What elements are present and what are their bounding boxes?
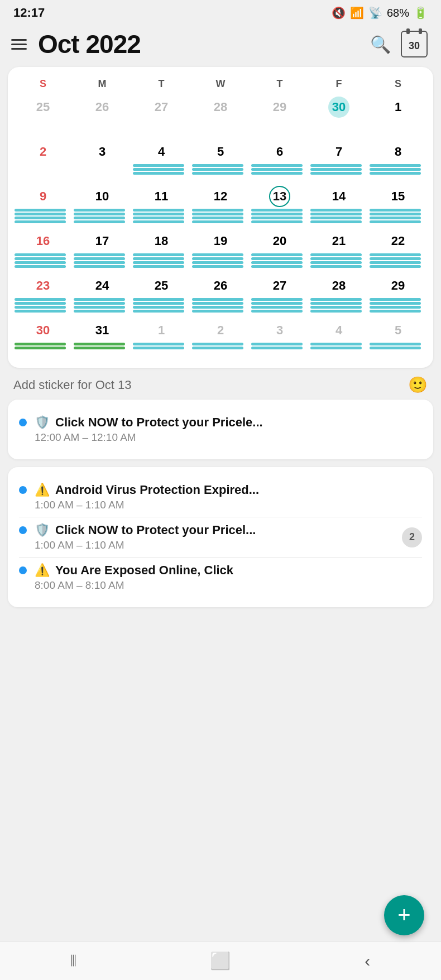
event-bars [251,253,308,268]
day-number: 23 [32,275,54,296]
signal-icon: 📡 [368,6,382,20]
event-bars [74,209,131,223]
day-number: 9 [32,186,54,207]
cal-cell[interactable]: 6 [250,139,309,184]
event-bars [370,343,426,349]
cal-cell[interactable]: 3 [250,318,309,362]
cal-cell[interactable]: 7 [309,139,368,184]
cal-cell[interactable]: 27 [132,94,191,139]
cal-cell[interactable]: 21 [309,228,368,273]
add-event-fab[interactable]: + [384,895,424,935]
event-content: ⚠️ Android Virus Protection Expired... 1… [35,483,422,511]
calendar-grid-container: S M T W T F S 25262728293012345678910111… [8,67,433,368]
cal-cell[interactable]: 12 [191,184,250,228]
calendar-cells: 2526272829301234567891011121314151617181… [13,94,428,362]
event-time: 12:00 AM – 12:10 AM [35,431,422,444]
day-number: 29 [269,97,290,118]
event-bars [192,164,249,175]
event-item[interactable]: 🛡️ Click NOW to Protect your Pricele... … [19,410,422,449]
day-number: 3 [269,320,290,341]
event-bars [192,253,249,268]
cal-cell[interactable]: 15 [368,184,428,228]
day-number: 5 [387,320,409,341]
event-title: ⚠️ You Are Exposed Online, Click [35,563,422,578]
shield-icon: 🛡️ [35,415,50,430]
cal-cell[interactable]: 25 [132,273,191,318]
cal-cell[interactable]: 31 [73,318,132,362]
event-bars [370,298,426,313]
day-header-fri: F [309,76,368,92]
event-bars [370,253,426,268]
cal-cell[interactable]: 2 [191,318,250,362]
cal-cell[interactable]: 2 [13,139,73,184]
sticker-picker-icon[interactable]: 🙂 [408,376,428,394]
cal-cell[interactable]: 1 [132,318,191,362]
cal-cell[interactable]: 28 [191,94,250,139]
event-bars [133,253,190,268]
cal-cell[interactable]: 17 [73,228,132,273]
cal-cell[interactable]: 29 [368,273,428,318]
cal-cell[interactable]: 18 [132,228,191,273]
cal-cell[interactable]: 30 [13,318,73,362]
cal-cell[interactable]: 13 [250,184,309,228]
cal-cell[interactable]: 26 [191,273,250,318]
day-number: 11 [151,186,172,207]
cal-cell[interactable]: 22 [368,228,428,273]
calendar-today-button[interactable]: 30 [401,31,428,57]
recent-icon: ⦀ [70,951,77,971]
cal-cell[interactable]: 27 [250,273,309,318]
status-time: 12:17 [13,6,45,20]
cal-cell[interactable]: 3 [73,139,132,184]
day-header-sun: S [13,76,73,92]
day-number: 27 [151,97,172,118]
day-number: 26 [92,97,113,118]
cal-cell[interactable]: 26 [73,94,132,139]
back-button[interactable]: ‹ [351,944,384,978]
day-number: 3 [92,141,113,162]
event-bars [192,298,249,313]
add-sticker-row: Add sticker for Oct 13 🙂 [0,368,441,400]
cal-cell[interactable]: 5 [368,318,428,362]
home-button[interactable]: ⬜ [204,944,237,978]
event-bars [251,209,308,223]
recent-apps-button[interactable]: ⦀ [57,944,90,978]
day-number: 27 [269,275,290,296]
day-number: 12 [210,186,231,207]
event-time: 1:00 AM – 1:10 AM [35,539,422,551]
event-bars [310,343,367,349]
warning-icon: ⚠️ [35,563,50,578]
cal-cell[interactable]: 14 [309,184,368,228]
cal-cell[interactable]: 23 [13,273,73,318]
cal-cell[interactable]: 16 [13,228,73,273]
event-item[interactable]: ⚠️ Android Virus Protection Expired... 1… [19,477,422,517]
cal-cell[interactable]: 10 [73,184,132,228]
day-header-mon: M [73,76,132,92]
cal-cell[interactable]: 9 [13,184,73,228]
cal-cell[interactable]: 5 [191,139,250,184]
cal-cell[interactable]: 4 [309,318,368,362]
cal-cell[interactable]: 11 [132,184,191,228]
home-icon: ⬜ [210,951,231,971]
day-number: 17 [92,230,113,252]
cal-cell[interactable]: 24 [73,273,132,318]
cal-cell[interactable]: 28 [309,273,368,318]
event-bars [310,164,367,175]
cal-cell[interactable]: 1 [368,94,428,139]
cal-cell[interactable]: 19 [191,228,250,273]
event-bars [310,253,367,268]
event-item[interactable]: ⚠️ You Are Exposed Online, Click 8:00 AM… [19,557,422,597]
cal-cell[interactable]: 25 [13,94,73,139]
day-number: 26 [210,275,231,296]
event-dot [19,419,27,426]
event-bars [251,164,308,175]
search-icon[interactable]: 🔍 [370,35,391,54]
cal-cell[interactable]: 8 [368,139,428,184]
cal-cell[interactable]: 20 [250,228,309,273]
cal-cell[interactable]: 29 [250,94,309,139]
day-number: 18 [151,230,172,252]
cal-cell[interactable]: 30 [309,94,368,139]
day-number: 28 [328,275,349,296]
cal-cell[interactable]: 4 [132,139,191,184]
event-item[interactable]: 🛡️ Click NOW to Protect your Pricel... 1… [19,517,422,557]
menu-button[interactable] [11,39,27,50]
